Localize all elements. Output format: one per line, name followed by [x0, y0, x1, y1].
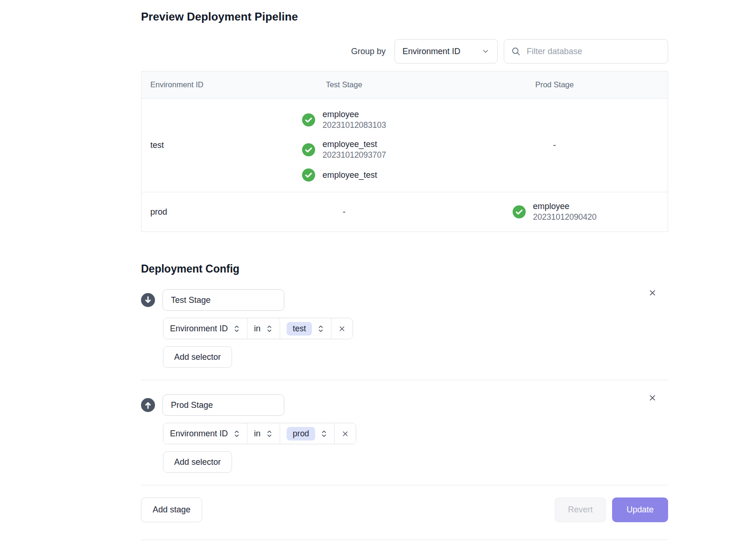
column-header-prod-stage: Prod Stage — [441, 80, 668, 89]
database-name: employee — [323, 109, 386, 120]
chevron-down-icon — [481, 47, 490, 56]
selector-operator-label: in — [254, 429, 261, 439]
selector-key-label: Environment ID — [170, 429, 228, 439]
arrow-down-circle-icon — [141, 293, 155, 307]
close-icon — [648, 288, 657, 297]
test-stage-cell: - — [247, 207, 441, 217]
prod-stage-cell: employee 20231012090420 — [441, 201, 668, 223]
stage-header — [141, 289, 668, 311]
database-info: employee_test 20231012093707 — [323, 139, 386, 161]
update-button[interactable]: Update — [612, 497, 668, 522]
pipeline-table-header: Environment ID Test Stage Prod Stage — [141, 71, 668, 98]
selector-operator-dropdown[interactable]: in — [247, 423, 280, 444]
table-row-test: test employee 20231012083103 — [141, 98, 668, 192]
database-entry: employee 20231012083103 — [302, 109, 386, 131]
selector-value-badge: prod — [287, 427, 315, 441]
database-name: employee — [533, 201, 597, 212]
add-stage-button[interactable]: Add stage — [141, 497, 202, 522]
empty-stage-dash: - — [553, 140, 556, 150]
close-icon — [338, 325, 346, 333]
add-selector-button[interactable]: Add selector — [163, 451, 232, 473]
unfold-more-icon — [266, 324, 273, 333]
database-version: 20231012083103 — [323, 120, 386, 131]
group-by-label: Group by — [351, 47, 386, 56]
close-icon — [648, 393, 657, 402]
footer-right-actions: Revert Update — [555, 497, 668, 522]
empty-stage-dash: - — [343, 207, 345, 217]
filter-database-box — [504, 39, 668, 63]
stage-block-prod: Environment ID in prod — [141, 394, 668, 473]
check-circle-icon — [513, 205, 526, 218]
pipeline-toolbar: Group by Environment ID — [141, 39, 668, 63]
unfold-more-icon — [233, 429, 240, 438]
revert-button[interactable]: Revert — [555, 497, 606, 522]
selector-value-dropdown[interactable]: prod — [280, 423, 334, 444]
stage-header — [141, 394, 668, 416]
prod-stage-cell: - — [441, 140, 668, 150]
unfold-more-icon — [233, 324, 240, 333]
bottom-rule — [141, 539, 668, 540]
database-list: employee 20231012090420 — [513, 201, 597, 223]
table-row-prod: prod - employee 20231012090420 — [141, 192, 668, 231]
database-entry: employee 20231012090420 — [513, 201, 597, 223]
database-entry: employee_test — [302, 168, 377, 182]
column-header-test-stage: Test Stage — [247, 80, 441, 89]
unfold-more-icon — [317, 324, 324, 333]
database-info: employee 20231012083103 — [323, 109, 386, 131]
stage-name-input[interactable] — [162, 394, 284, 416]
selector-operator-label: in — [254, 324, 261, 334]
database-name: employee_test — [323, 139, 386, 150]
database-info: employee_test — [323, 169, 377, 181]
selector-row: Environment ID in prod — [163, 423, 668, 444]
arrow-up-circle-icon — [141, 398, 155, 412]
test-stage-cell: employee 20231012083103 employee_test 20… — [247, 109, 441, 182]
database-list: employee 20231012083103 employee_test 20… — [302, 109, 386, 182]
database-entry: employee_test 20231012093707 — [302, 139, 386, 161]
database-name: employee_test — [323, 169, 377, 181]
selector-row: Environment ID in test — [163, 318, 668, 339]
config-actions: Add stage Revert Update — [141, 497, 668, 522]
selector-operator-dropdown[interactable]: in — [247, 318, 280, 339]
check-circle-icon — [302, 168, 315, 182]
stage-block-test: Environment ID in test — [141, 289, 668, 368]
selector-key-label: Environment ID — [170, 324, 228, 334]
column-header-environment-id: Environment ID — [141, 80, 247, 89]
unfold-more-icon — [320, 429, 328, 438]
selector-group: Environment ID in test — [163, 318, 353, 339]
footer-divider — [141, 485, 668, 485]
close-icon — [341, 430, 349, 438]
stage-divider — [141, 380, 668, 380]
remove-stage-button[interactable] — [646, 392, 659, 404]
page-title: Preview Deployment Pipeline — [141, 10, 668, 23]
deployment-pipeline-page: Preview Deployment Pipeline Group by Env… — [0, 0, 747, 540]
selector-value-badge: test — [287, 322, 312, 336]
selector-key-dropdown[interactable]: Environment ID — [163, 423, 247, 444]
group-by-select[interactable]: Environment ID — [395, 39, 498, 63]
remove-stage-button[interactable] — [646, 287, 659, 299]
stage-name-input[interactable] — [162, 289, 284, 311]
pipeline-table: Environment ID Test Stage Prod Stage tes… — [141, 71, 668, 232]
check-circle-icon — [302, 143, 315, 156]
database-version: 20231012093707 — [323, 150, 386, 161]
check-circle-icon — [302, 113, 315, 126]
filter-database-input[interactable] — [526, 46, 661, 57]
database-version: 20231012090420 — [533, 212, 597, 223]
database-info: employee 20231012090420 — [533, 201, 597, 223]
group-by-value: Environment ID — [402, 47, 460, 56]
remove-selector-button[interactable] — [334, 423, 356, 444]
remove-selector-button[interactable] — [331, 318, 352, 339]
environment-name: test — [141, 140, 247, 150]
environment-name: prod — [141, 207, 247, 217]
search-icon — [511, 47, 521, 56]
deployment-config-title: Deployment Config — [141, 263, 668, 275]
selector-group: Environment ID in prod — [163, 423, 356, 444]
add-selector-button[interactable]: Add selector — [163, 346, 232, 368]
selector-value-dropdown[interactable]: test — [280, 318, 331, 339]
selector-key-dropdown[interactable]: Environment ID — [163, 318, 247, 339]
unfold-more-icon — [266, 429, 273, 438]
